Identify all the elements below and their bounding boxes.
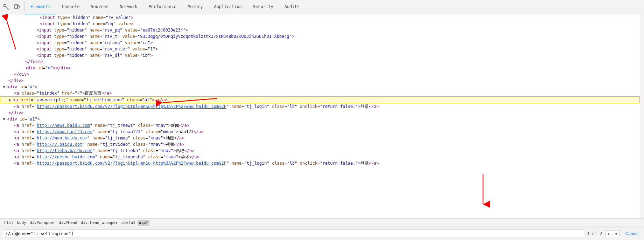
right-scrollbar[interactable] — [640, 14, 644, 218]
code-line: <a href="https://passport.baidu.com/v2/?… — [0, 160, 640, 166]
code-line: <input type="hidden" name="rsv_t" value=… — [0, 33, 640, 40]
devtools-toolbar: Elements Console Sources Network Perform… — [0, 0, 644, 14]
tab-security[interactable]: Security — [247, 0, 279, 14]
breadcrumb-body[interactable]: body — [16, 220, 28, 226]
code-line: <a href="http://xueshu.baidu.com" name="… — [0, 154, 640, 160]
breadcrumb-a-pf[interactable]: a.pf — [138, 220, 150, 226]
code-line: <input type="hidden" name="oq" value> — [0, 21, 640, 27]
search-input[interactable] — [3, 229, 584, 238]
code-line: <a href="http://v.baidu.com" name="tj_tr… — [0, 141, 640, 148]
tab-elements[interactable]: Elements — [25, 0, 56, 14]
main-area: <input type="hidden" name="rv_value"> <i… — [0, 14, 644, 218]
code-line: <input type="hidden" name="rsv_pq" value… — [0, 27, 640, 33]
devtools-tabs: Elements Console Sources Network Perform… — [25, 0, 305, 14]
devtools-window: Elements Console Sources Network Perform… — [0, 0, 644, 240]
code-line: <a href="https://passport.baidu.com/v2/?… — [0, 103, 640, 110]
code-line: <a href="http://tieba.baidu.com" name="t… — [0, 148, 640, 154]
tab-audits[interactable]: Audits — [279, 0, 305, 14]
search-prev-button[interactable]: ▲ — [605, 230, 612, 237]
tab-memory[interactable]: Memory — [182, 0, 208, 14]
breadcrumb-div-u1[interactable]: div#u1 — [120, 220, 137, 226]
code-line: <input type="hidden" name="rqlang" value… — [0, 40, 640, 46]
code-line: <a href="https://www.hao123.com" name="t… — [0, 129, 640, 135]
tab-performance[interactable]: Performance — [143, 0, 182, 14]
code-line: </form> — [0, 59, 640, 65]
code-line: ▼<div id="u"> — [0, 84, 640, 90]
search-nav-buttons: ▲ ▼ — [605, 230, 620, 237]
breadcrumb-div-head[interactable]: div#head — [57, 220, 79, 226]
search-cancel-button[interactable]: Cancel — [623, 230, 641, 238]
code-line: <div id="m"></div> — [0, 65, 640, 71]
code-line: <a class="toindex" href="/">百度首页</a> — [0, 90, 640, 96]
code-line: <input type="hidden" name="rsv_enter" va… — [0, 46, 640, 52]
svg-rect-2 — [18, 6, 19, 8]
search-bar: 1 of 2 ▲ ▼ Cancel — [0, 227, 644, 240]
code-line: <input type="hidden" name="rsv_dl" value… — [0, 52, 640, 59]
breadcrumb-div-head-wrapper[interactable]: div.head_wrapper — [79, 220, 119, 226]
svg-rect-0 — [4, 5, 6, 7]
device-toggle-button[interactable] — [12, 2, 22, 12]
breadcrumb-bar: html body div#wrapper div#head div.head_… — [0, 218, 644, 227]
code-line: </div> — [0, 71, 640, 77]
breadcrumb-div-wrapper[interactable]: div#wrapper — [28, 220, 57, 226]
tab-application[interactable]: Application — [208, 0, 247, 14]
code-panel[interactable]: <input type="hidden" name="rv_value"> <i… — [0, 14, 640, 218]
search-count: 1 of 2 — [587, 231, 602, 236]
inspect-element-button[interactable] — [1, 2, 11, 12]
code-line: <input type="hidden" name="rv_value"> — [0, 14, 640, 21]
code-line: <a href="http://map.baidu.com" name="tj_… — [0, 135, 640, 141]
tab-sources[interactable]: Sources — [85, 0, 114, 14]
code-line: </div> — [0, 110, 640, 116]
search-next-button[interactable]: ▼ — [613, 230, 620, 237]
breadcrumb-html[interactable]: html — [3, 220, 15, 226]
code-line: ▼<div id="u1"> — [0, 116, 640, 122]
svg-rect-1 — [15, 5, 18, 9]
code-line: </div> — [0, 77, 640, 84]
tab-console[interactable]: Console — [56, 0, 85, 14]
code-line: <a href="http://news.baidu.com" name="tj… — [0, 122, 640, 129]
code-line-highlighted[interactable]: ▶<a href="javascript:;" name="tj_setting… — [0, 96, 640, 103]
toolbar-icons — [1, 2, 25, 12]
tab-network[interactable]: Network — [114, 0, 143, 14]
